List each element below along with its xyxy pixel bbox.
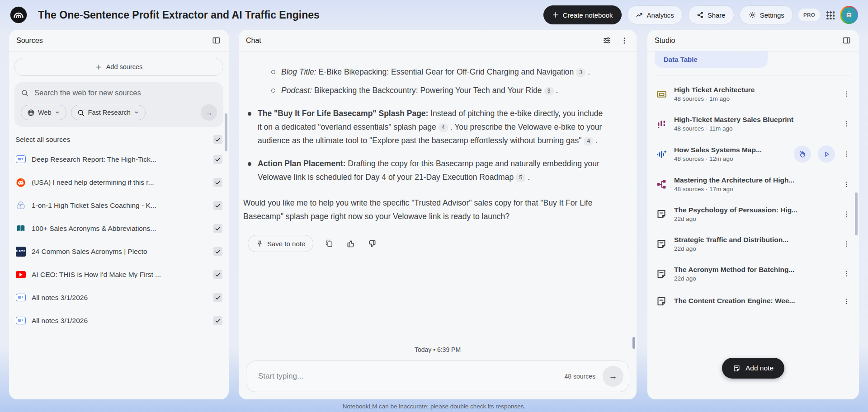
- studio-body: Data Table High Ticket Architecture 48 s…: [647, 52, 859, 399]
- source-item[interactable]: m+ Deep Research Report: The High-Tick..…: [12, 148, 226, 171]
- studio-item[interactable]: The Content Creation Engine: Wee...: [652, 289, 854, 314]
- studio-item[interactable]: The Acronym Method for Batching... 22d a…: [652, 259, 854, 289]
- play-button[interactable]: [818, 145, 835, 163]
- copy-icon[interactable]: [324, 238, 335, 249]
- book-icon: [15, 223, 26, 234]
- add-note-button[interactable]: Add note: [722, 358, 784, 379]
- settings-label: Settings: [760, 11, 784, 19]
- item-more-menu-icon[interactable]: [842, 150, 851, 158]
- studio-scrollbar[interactable]: [855, 192, 858, 235]
- search-submit-button[interactable]: →: [201, 104, 217, 121]
- studio-item[interactable]: High Ticket Architecture 48 sources · 1m…: [652, 79, 854, 109]
- studio-item[interactable]: How Sales Systems Map... 48 sources · 12…: [652, 139, 854, 169]
- item-more-menu-icon[interactable]: [842, 211, 851, 218]
- interactive-mode-button[interactable]: [794, 145, 811, 163]
- studio-item[interactable]: Strategic Traffic and Distribution... 22…: [652, 229, 854, 259]
- studio-item-meta: 22d ago: [674, 275, 835, 282]
- studio-item[interactable]: Mastering the Architecture of High... 48…: [652, 169, 854, 199]
- source-item[interactable]: PLECTO 24 Common Sales Acronyms | Plecto: [12, 240, 226, 263]
- studio-item[interactable]: High-Ticket Mastery Sales Blueprint 48 s…: [652, 109, 854, 139]
- bullet-lead: Blog Title:: [281, 67, 316, 76]
- plus-icon: [95, 64, 102, 70]
- settings-button[interactable]: Settings: [740, 5, 793, 24]
- save-to-note-button[interactable]: Save to note: [248, 235, 313, 252]
- item-more-menu-icon[interactable]: [842, 298, 851, 305]
- source-checkbox[interactable]: [213, 270, 222, 279]
- send-button[interactable]: →: [603, 366, 623, 387]
- sources-panel: Sources Add sources Web Fast Research →: [9, 30, 229, 399]
- sources-panel-header: Sources: [9, 30, 229, 52]
- item-more-menu-icon[interactable]: [842, 240, 851, 248]
- analytics-button[interactable]: Analytics: [627, 5, 683, 24]
- source-checkbox[interactable]: [213, 247, 222, 256]
- chat-input-box[interactable]: 48 sources →: [246, 360, 629, 392]
- source-item[interactable]: AI CEO: THIS is How I'd Make My First ..…: [12, 263, 226, 286]
- add-sources-button[interactable]: Add sources: [14, 58, 223, 76]
- item-more-menu-icon[interactable]: [842, 270, 851, 277]
- note-icon: [733, 365, 741, 372]
- chat-more-menu-icon[interactable]: [619, 36, 629, 46]
- citation-chip[interactable]: 3: [576, 68, 585, 77]
- studio-item-meta: 22d ago: [674, 215, 835, 222]
- thumbs-down-icon[interactable]: [367, 238, 378, 249]
- source-item[interactable]: 100+ Sales Acronyms & Abbreviations...: [12, 217, 226, 240]
- source-item[interactable]: m+ All notes 3/1/2026: [12, 309, 226, 332]
- studio-item[interactable]: The Psychology of Persuasion: Hig... 22d…: [652, 199, 854, 229]
- select-all-checkbox[interactable]: [213, 135, 222, 144]
- source-checkbox[interactable]: [213, 224, 222, 233]
- bullet-lead: Action Plan Placement:: [258, 159, 346, 168]
- studio-item-title: Mastering the Architecture of High...: [674, 176, 835, 184]
- source-title: 24 Common Sales Acronyms | Plecto: [32, 248, 208, 256]
- source-checkbox[interactable]: [213, 201, 222, 210]
- notebooklm-logo-icon[interactable]: [10, 6, 27, 23]
- source-title: 100+ Sales Acronyms & Abbreviations...: [32, 225, 208, 233]
- source-checkbox[interactable]: [213, 293, 222, 302]
- source-item[interactable]: m+ All notes 3/1/2026: [12, 286, 226, 309]
- add-note-label: Add note: [745, 364, 774, 372]
- save-to-note-label: Save to note: [267, 240, 305, 248]
- apps-grid-icon[interactable]: [826, 10, 835, 19]
- data-table-chip-label: Data Table: [664, 56, 698, 63]
- chat-input[interactable]: [258, 372, 565, 381]
- audio-waveform-icon: [656, 148, 667, 160]
- notebooklm-note-icon: m+: [15, 154, 26, 164]
- studio-item-title: The Acronym Method for Batching...: [674, 266, 835, 274]
- source-item[interactable]: (USA) I need help determining if this r.…: [12, 171, 226, 194]
- user-avatar[interactable]: [840, 6, 858, 24]
- collapse-sources-panel-icon[interactable]: [211, 35, 222, 46]
- chat-scrollbar[interactable]: [632, 337, 635, 349]
- thumbs-up-icon[interactable]: [345, 238, 356, 249]
- item-more-menu-icon[interactable]: [842, 181, 851, 188]
- search-input[interactable]: [34, 89, 217, 97]
- research-mode-dropdown[interactable]: Fast Research: [71, 105, 146, 120]
- citation-chip[interactable]: 5: [516, 173, 525, 182]
- source-checkbox[interactable]: [213, 178, 222, 187]
- citation-chip[interactable]: 4: [584, 137, 593, 145]
- source-checkbox[interactable]: [213, 316, 222, 325]
- source-title: AI CEO: THIS is How I'd Make My First ..…: [32, 271, 208, 279]
- data-table-chip[interactable]: Data Table: [655, 52, 768, 68]
- citation-chip[interactable]: 4: [439, 123, 448, 132]
- chevron-right-icon[interactable]: [742, 52, 760, 52]
- bar-chart-icon: [656, 118, 667, 130]
- collapse-studio-panel-icon[interactable]: [841, 35, 852, 46]
- sources-scrollbar[interactable]: [225, 113, 227, 151]
- chat-settings-icon[interactable]: [602, 35, 612, 46]
- item-more-menu-icon[interactable]: [842, 120, 851, 127]
- topbar-actions: Create notebook Analytics Share Settings…: [543, 5, 858, 24]
- note-icon: [656, 238, 667, 250]
- studio-item-title: The Content Creation Engine: Wee...: [674, 297, 835, 305]
- item-more-menu-icon[interactable]: [842, 90, 851, 98]
- source-item[interactable]: 1-on-1 High Ticket Sales Coaching - K...: [12, 194, 226, 217]
- studio-item-meta: 22d ago: [674, 245, 835, 252]
- studio-item-meta: 48 sources · 11m ago: [674, 125, 835, 132]
- share-button[interactable]: Share: [688, 5, 734, 24]
- create-notebook-button[interactable]: Create notebook: [543, 5, 622, 24]
- venn-circles-icon: [15, 200, 26, 211]
- source-checkbox[interactable]: [213, 155, 222, 164]
- source-title: 1-on-1 High Ticket Sales Coaching - K...: [32, 201, 208, 210]
- web-filter-dropdown[interactable]: Web: [21, 105, 66, 120]
- citation-chip[interactable]: 3: [544, 87, 554, 95]
- notebooklm-note-icon: m+: [15, 292, 26, 303]
- chevron-down-icon: [55, 110, 60, 115]
